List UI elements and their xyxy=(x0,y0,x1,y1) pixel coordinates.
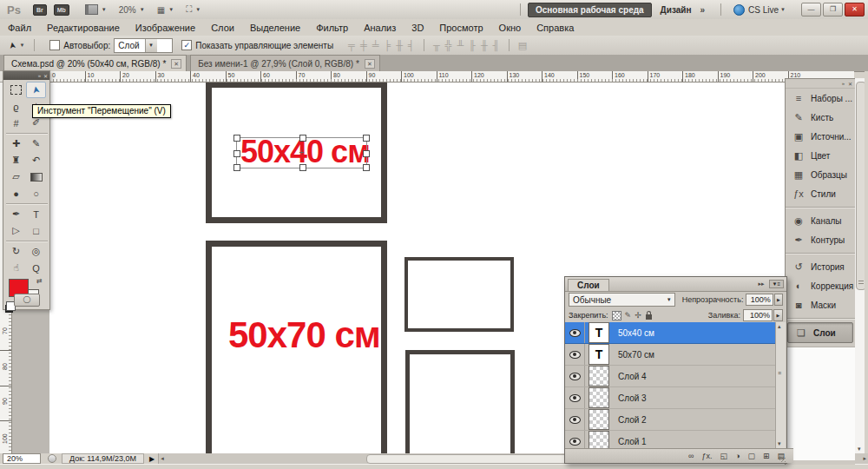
opacity-slider-icon[interactable]: ▶ xyxy=(774,294,783,306)
cslive-button[interactable]: CS Live ▼ xyxy=(733,4,789,16)
workspace-primary-button[interactable]: Основная рабочая среда xyxy=(528,3,652,17)
panel-masks-button[interactable]: ◙Маски xyxy=(786,295,855,314)
3d-orbit-tool[interactable]: ◎ xyxy=(26,243,46,260)
panel-history-button[interactable]: ↺История xyxy=(786,257,855,276)
layers-panel-tab[interactable]: Слои xyxy=(568,279,609,291)
layer-row[interactable]: Слой 3 xyxy=(565,387,785,409)
opacity-field[interactable]: 100% xyxy=(746,294,773,306)
panel-menu-icon[interactable]: ▼≡ xyxy=(769,280,784,288)
layer-visibility-toggle[interactable] xyxy=(565,366,585,386)
gradient-tool[interactable] xyxy=(26,168,46,185)
scroll-up-icon[interactable]: ▴ xyxy=(778,323,781,330)
menu-item-2[interactable]: Изображение xyxy=(128,23,203,33)
menu-item-3[interactable]: Слои xyxy=(203,23,242,33)
scrollbar-grip[interactable]: ≡ xyxy=(778,370,781,376)
zoom-level-dropdown[interactable]: 20% xyxy=(119,5,136,15)
layers-panel-titlebar[interactable]: Слои ▸▸ ▼≡ xyxy=(565,277,786,292)
add-layer-mask-button[interactable]: ◱ xyxy=(720,452,727,460)
blend-mode-dropdown[interactable]: Обычные ▼ xyxy=(569,293,675,307)
transform-reference-point[interactable]: + xyxy=(299,148,305,157)
view-extras-icon[interactable]: ▦ xyxy=(157,5,165,15)
menu-item-7[interactable]: 3D xyxy=(404,23,431,33)
fill-field[interactable]: 100% xyxy=(743,309,773,321)
layer-row[interactable]: Слой 2 xyxy=(565,409,785,431)
layer-name[interactable]: Слой 3 xyxy=(618,393,647,403)
chevron-down-icon[interactable]: ▼ xyxy=(195,7,201,12)
workspace-design-button[interactable]: Дизайн xyxy=(661,5,692,15)
mini-bridge-button[interactable]: Mb xyxy=(54,4,69,16)
transform-handle[interactable] xyxy=(363,150,370,157)
layers-scrollbar[interactable]: ▴ ≡ ▾ xyxy=(775,322,786,448)
transform-handle[interactable] xyxy=(233,150,240,157)
close-icon[interactable]: ✕ xyxy=(43,73,48,79)
transform-handle[interactable] xyxy=(363,135,370,142)
close-icon[interactable]: ✕ xyxy=(365,59,375,69)
history-brush-tool[interactable]: ↶ xyxy=(26,152,46,168)
menu-item-5[interactable]: Фильтр xyxy=(308,23,356,33)
layer-thumbnail[interactable]: T xyxy=(585,322,613,343)
panel-resize-grip[interactable] xyxy=(779,456,786,462)
menu-item-1[interactable]: Редактирование xyxy=(39,23,128,33)
layer-row[interactable]: T50x70 см xyxy=(565,344,785,366)
rectangular-marquee-tool[interactable] xyxy=(6,82,26,98)
lock-transparency-icon[interactable] xyxy=(612,311,621,320)
lock-pixels-icon[interactable]: ✎ xyxy=(625,311,632,320)
hand-tool[interactable]: ☝ xyxy=(6,260,26,276)
menu-item-9[interactable]: Окно xyxy=(491,23,529,33)
text-layer-50x70[interactable]: 50x70 см xyxy=(228,314,380,356)
panel-clone-source-button[interactable]: ▣Источни... xyxy=(786,127,855,146)
panel-paths-button[interactable]: ✒Контуры xyxy=(786,230,855,249)
horizontal-ruler[interactable]: 0102030405060708090100110120130140150160… xyxy=(11,71,854,83)
lock-all-icon[interactable] xyxy=(646,314,652,320)
lock-position-icon[interactable]: ✢ xyxy=(635,311,641,320)
layer-name[interactable]: Слой 2 xyxy=(618,415,647,425)
spot-healing-brush-tool[interactable]: ✚ xyxy=(6,135,26,152)
transform-handle[interactable] xyxy=(299,164,306,171)
arrange-documents-icon[interactable] xyxy=(85,4,98,15)
panel-color-button[interactable]: ◧Цвет xyxy=(786,146,855,165)
dock-header[interactable]: »✕ xyxy=(786,79,855,89)
scroll-down-icon[interactable]: ▾ xyxy=(858,446,861,452)
collapse-icon[interactable]: » xyxy=(842,81,845,86)
transform-handle[interactable] xyxy=(233,164,240,171)
layer-effects-button[interactable]: ƒx. xyxy=(701,452,712,460)
3d-rotate-tool[interactable]: ↻ xyxy=(6,243,26,260)
layer-row[interactable]: Слой 1 xyxy=(565,431,785,448)
swap-colors-icon[interactable]: ⇄ xyxy=(36,277,43,285)
layer-name[interactable]: Слой 1 xyxy=(618,437,647,446)
layer-visibility-toggle[interactable] xyxy=(565,322,585,343)
layer-row[interactable]: Слой 4 xyxy=(565,366,785,387)
lasso-tool[interactable]: ϱ xyxy=(6,98,26,115)
layer-visibility-toggle[interactable] xyxy=(565,387,585,408)
panel-styles-button[interactable]: ƒxСтили xyxy=(786,184,855,203)
screen-mode-icon[interactable]: ⛶ xyxy=(186,4,192,15)
layer-visibility-toggle[interactable] xyxy=(565,344,585,365)
clone-stamp-tool[interactable]: ♜ xyxy=(6,152,26,168)
dodge-tool[interactable]: ○ xyxy=(26,185,46,201)
chevron-down-icon[interactable]: ▼ xyxy=(19,43,24,48)
layer-thumbnail[interactable] xyxy=(585,431,613,448)
panel-brush-button[interactable]: ✎Кисть xyxy=(786,108,855,127)
close-button[interactable]: ✕ xyxy=(845,3,865,17)
zoom-percent-field[interactable]: 20% xyxy=(3,453,41,464)
chevron-down-icon[interactable]: ▼ xyxy=(168,7,174,12)
layer-name[interactable]: 50x40 см xyxy=(618,328,654,338)
layer-thumbnail[interactable]: T xyxy=(585,344,613,365)
collapse-icon[interactable]: » xyxy=(38,73,41,78)
new-layer-button[interactable]: ⊞ xyxy=(763,452,770,460)
path-selection-tool[interactable]: ▷ xyxy=(6,222,26,239)
layer-thumbnail[interactable] xyxy=(585,409,613,430)
panel-channels-button[interactable]: ◉Каналы xyxy=(786,211,855,230)
transform-handle[interactable] xyxy=(233,135,240,142)
chevron-down-icon[interactable]: ▼ xyxy=(140,7,145,12)
layer-thumbnail[interactable] xyxy=(585,366,613,386)
menu-item-10[interactable]: Справка xyxy=(529,23,582,33)
transform-bounding-box[interactable]: + xyxy=(236,137,367,168)
minimize-button[interactable]: — xyxy=(801,3,821,17)
blur-tool[interactable]: ● xyxy=(6,185,26,201)
layer-thumbnail[interactable] xyxy=(585,387,613,408)
layer-visibility-toggle[interactable] xyxy=(565,431,585,448)
link-layers-button[interactable]: ∞ xyxy=(688,452,694,460)
adjustment-layer-button[interactable]: ◑ xyxy=(735,452,740,460)
menu-item-0[interactable]: Файл xyxy=(0,23,39,33)
